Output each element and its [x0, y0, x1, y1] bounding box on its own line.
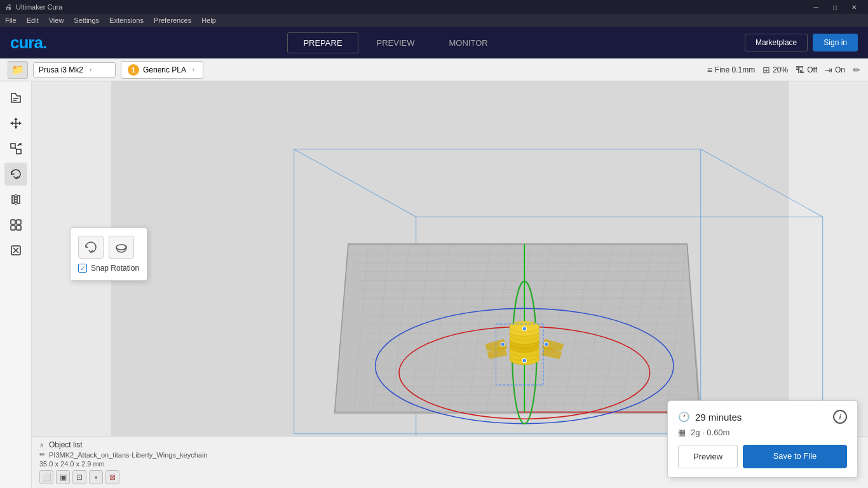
app-icon: 🖨 — [5, 3, 12, 11]
menu-file[interactable]: File — [5, 17, 17, 24]
rotate-tool[interactable] — [4, 163, 27, 186]
snap-rotation-row: Snap Rotation — [78, 264, 139, 273]
menu-edit[interactable]: Edit — [27, 17, 39, 24]
logo: cura. — [10, 32, 46, 53]
save-to-file-button[interactable]: Save to File — [743, 445, 847, 468]
toolbar: 📁 Prusa i3 Mk2 ‹ 1 Generic PLA ‹ ≡ Fine … — [0, 58, 868, 81]
print-weight: 2g · 0.60m — [691, 428, 729, 437]
menu-help[interactable]: Help — [201, 17, 216, 24]
svg-point-83 — [544, 342, 548, 346]
profile-value: Fine 0.1mm — [715, 65, 755, 74]
adhesion-icon: ⇥ — [825, 65, 832, 75]
svg-point-81 — [522, 327, 526, 330]
printer-chevron: ‹ — [90, 66, 92, 73]
menu-settings[interactable]: Settings — [74, 17, 99, 24]
delete-button[interactable]: ⊠ — [105, 470, 119, 484]
support-blocker-tool[interactable] — [4, 239, 27, 262]
print-time-row: 🕐 29 minutes i — [678, 410, 847, 424]
printer-name: Prusa i3 Mk2 — [39, 65, 83, 74]
infill-value: 20% — [773, 65, 788, 74]
svg-marker-0 — [11, 93, 20, 102]
window-controls: ─ □ ✕ — [807, 1, 863, 13]
svg-rect-13 — [17, 220, 21, 224]
pen-icon: ✏ — [853, 65, 860, 75]
rotation-buttons — [78, 236, 139, 259]
move-tool[interactable] — [4, 112, 27, 135]
svg-rect-14 — [17, 226, 21, 230]
rotate-z-button[interactable] — [109, 236, 134, 259]
open-folder-button[interactable]: 📁 — [8, 61, 28, 79]
header: cura. PREPARE PREVIEW MONITOR Marketplac… — [0, 27, 868, 58]
support-setting[interactable]: 🏗 Off — [796, 65, 817, 75]
profile-icon: ≡ — [707, 65, 712, 75]
open-file-tool[interactable] — [4, 86, 27, 109]
view-front-button[interactable]: ⬜ — [39, 470, 53, 484]
tab-prepare[interactable]: PREPARE — [287, 32, 358, 53]
print-weight-row: ▦ 2g · 0.60m — [678, 428, 847, 437]
minimize-button[interactable]: ─ — [807, 1, 825, 13]
toolbar-right: ≡ Fine 0.1mm ⊞ 20% 🏗 Off ⇥ On ✏ — [707, 65, 860, 75]
snap-rotation-label: Snap Rotation — [91, 264, 139, 273]
weight-icon: ▦ — [678, 428, 686, 437]
scale-tool[interactable] — [4, 137, 27, 160]
nav-tabs: PREPARE PREVIEW MONITOR — [287, 32, 503, 53]
marketplace-button[interactable]: Marketplace — [745, 34, 808, 51]
menubar: File Edit View Settings Extensions Prefe… — [0, 14, 868, 27]
save-buttons: Preview Save to File — [678, 445, 847, 468]
save-panel: 🕐 29 minutes i ▦ 2g · 0.60m Preview Save… — [667, 400, 858, 478]
material-chevron: ‹ — [193, 66, 194, 73]
svg-line-5 — [15, 148, 17, 149]
tab-preview[interactable]: PREVIEW — [361, 32, 431, 53]
material-name: Generic PLA — [143, 65, 186, 74]
file-icon: ✏ — [39, 451, 45, 459]
view-side-button[interactable]: ▣ — [56, 470, 70, 484]
svg-rect-4 — [17, 149, 21, 154]
infill-setting[interactable]: ⊞ 20% — [763, 65, 788, 75]
close-button[interactable]: ✕ — [845, 1, 863, 13]
toolbar-left: 📁 Prusa i3 Mk2 ‹ 1 Generic PLA ‹ — [8, 61, 702, 79]
filename-label: PI3MK2_Attack_on_titans-Liberty_Wings_ke… — [49, 451, 207, 459]
material-selector[interactable]: 1 Generic PLA ‹ — [121, 61, 203, 79]
info-button[interactable]: i — [833, 410, 847, 424]
menu-preferences[interactable]: Preferences — [154, 17, 191, 24]
support-icon: 🏗 — [796, 65, 804, 75]
material-number: 1 — [128, 64, 139, 76]
svg-marker-9 — [12, 196, 15, 203]
rotation-popup: Snap Rotation — [70, 227, 147, 281]
object-list-chevron[interactable]: ∧ — [39, 442, 44, 449]
snap-rotation-checkbox[interactable] — [78, 264, 87, 273]
maximize-button[interactable]: □ — [826, 1, 844, 13]
printer-selector[interactable]: Prusa i3 Mk2 ‹ — [33, 62, 116, 78]
support-value: Off — [807, 65, 817, 74]
svg-point-84 — [522, 358, 526, 362]
clock-icon: 🕐 — [678, 411, 690, 423]
tab-monitor[interactable]: MONITOR — [433, 32, 504, 53]
preview-button[interactable]: Preview — [678, 445, 738, 468]
sidebar — [0, 81, 32, 488]
svg-rect-3 — [11, 144, 15, 148]
main-area: Snap Rotation ∧ Object list ✏ PI3MK2_Att… — [0, 81, 868, 488]
svg-rect-12 — [11, 226, 15, 230]
dimensions-value: 35.0 x 24.0 x 2.9 mm — [39, 460, 105, 468]
infill-icon: ⊞ — [763, 65, 770, 75]
header-actions: Marketplace Sign in — [745, 34, 858, 51]
viewport[interactable]: Snap Rotation ∧ Object list ✏ PI3MK2_Att… — [32, 81, 868, 488]
sign-in-button[interactable]: Sign in — [813, 34, 858, 51]
adhesion-value: On — [835, 65, 845, 74]
titlebar: 🖨 Ultimaker Cura ─ □ ✕ — [0, 0, 868, 14]
menu-view[interactable]: View — [49, 17, 64, 24]
view-3d-button[interactable]: ▪ — [89, 470, 103, 484]
svg-marker-10 — [17, 196, 20, 203]
rotate-x-button[interactable] — [78, 236, 104, 259]
svg-point-82 — [501, 342, 505, 346]
pen-tool[interactable]: ✏ — [853, 65, 860, 75]
menu-extensions[interactable]: Extensions — [109, 17, 144, 24]
view-top-button[interactable]: ⊡ — [72, 470, 86, 484]
object-list-label: Object list — [49, 440, 83, 449]
app-title: Ultimaker Cura — [16, 3, 807, 11]
profile-setting[interactable]: ≡ Fine 0.1mm — [707, 65, 756, 75]
mirror-tool[interactable] — [4, 188, 27, 211]
adhesion-setting[interactable]: ⇥ On — [825, 65, 845, 75]
print-time: 29 minutes — [695, 412, 742, 423]
permodel-tool[interactable] — [4, 214, 27, 236]
